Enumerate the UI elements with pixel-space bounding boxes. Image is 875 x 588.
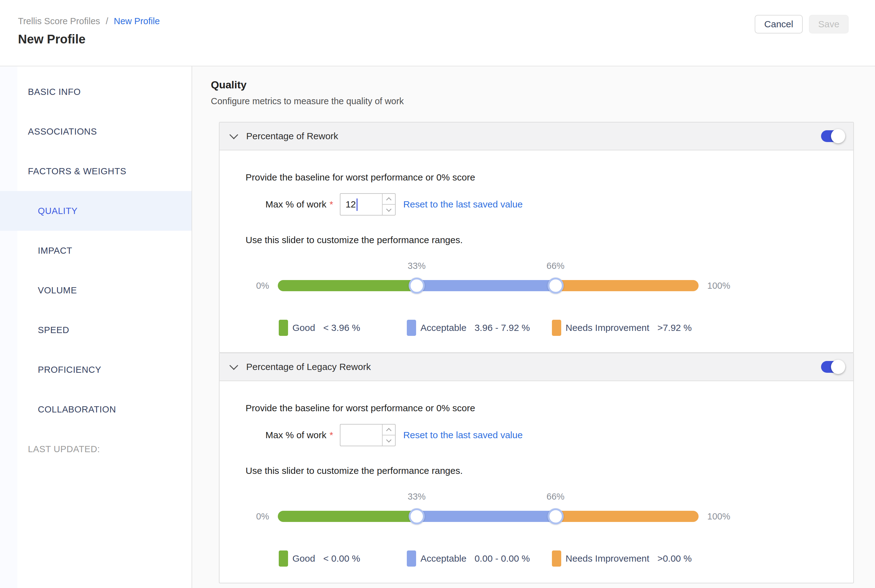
slider-handle1-label: 33% — [408, 492, 426, 502]
chevron-down-icon — [387, 206, 392, 212]
metric-enabled-toggle[interactable] — [821, 130, 845, 142]
card-header: Percentage of Rework — [220, 123, 853, 150]
breadcrumb-current[interactable]: New Profile — [114, 16, 160, 26]
slider-handle-2[interactable] — [548, 278, 564, 294]
legend-item-acceptable: Acceptable 0.00 - 0.00 % — [407, 550, 552, 567]
sidebar-item-collaboration[interactable]: COLLABORATION — [0, 390, 192, 429]
slider-handle2-label: 66% — [547, 492, 565, 502]
baseline-instruction: Provide the baseline for worst performan… — [246, 403, 853, 413]
max-percent-label: Max % of work — [265, 430, 327, 440]
spinner-up-button[interactable] — [383, 424, 395, 435]
legend-name: Good — [292, 322, 315, 333]
legend-value: < 3.96 % — [323, 322, 360, 333]
header-actions: Cancel Save — [755, 15, 849, 33]
card-title: Percentage of Rework — [246, 131, 338, 141]
slider-row: 0% 33% 66% 100% — [246, 511, 853, 522]
breadcrumb: Trellis Score Profiles / New Profile — [18, 16, 160, 26]
number-spinner — [382, 194, 395, 215]
acceptable-color-marker — [407, 550, 416, 567]
required-marker: * — [330, 430, 333, 440]
app-header: Trellis Score Profiles / New Profile New… — [0, 0, 875, 66]
slider-segment-needs-improvement — [556, 511, 698, 522]
legend-item-acceptable: Acceptable 3.96 - 7.92 % — [407, 320, 552, 336]
save-button[interactable]: Save — [809, 15, 849, 33]
chevron-down-icon — [387, 437, 392, 442]
max-percent-input[interactable] — [340, 194, 382, 215]
slider-row: 0% 33% 66% 100% — [246, 280, 853, 291]
spinner-down-button[interactable] — [383, 205, 395, 215]
text-caret — [357, 198, 358, 211]
slider-caption: Use this slider to customize the perform… — [246, 235, 853, 245]
page-title: New Profile — [18, 32, 85, 46]
main-content: Quality Configure metrics to measure the… — [193, 66, 875, 588]
max-percent-input[interactable] — [340, 424, 382, 446]
slider-segment-needs-improvement — [556, 280, 698, 291]
collapse-chevron-icon[interactable] — [229, 361, 238, 370]
slider-segment-good — [278, 511, 417, 522]
toggle-knob — [831, 129, 845, 143]
sidebar: BASIC INFO ASSOCIATIONS FACTORS & WEIGHT… — [0, 66, 192, 588]
max-percent-field-row: Max % of work * Reset to the last saved … — [265, 193, 853, 216]
breadcrumb-parent[interactable]: Trellis Score Profiles — [18, 16, 100, 26]
legend-name: Needs Improvement — [566, 553, 649, 564]
max-percent-input-wrap — [340, 193, 396, 216]
good-color-marker — [279, 320, 288, 336]
sidebar-item-associations[interactable]: ASSOCIATIONS — [0, 112, 192, 152]
sidebar-item-factors-weights[interactable]: FACTORS & WEIGHTS — [0, 152, 192, 191]
slider-segment-acceptable — [417, 280, 556, 291]
slider-max-label: 100% — [707, 280, 730, 291]
sidebar-item-speed[interactable]: SPEED — [0, 310, 192, 350]
sidebar-item-impact[interactable]: IMPACT — [0, 231, 192, 270]
legend-value: >0.00 % — [657, 553, 692, 564]
legend-name: Acceptable — [421, 322, 466, 333]
spinner-down-button[interactable] — [383, 435, 395, 446]
sidebar-item-proficiency[interactable]: PROFICIENCY — [0, 350, 192, 390]
slider-caption: Use this slider to customize the perform… — [246, 465, 853, 476]
number-spinner — [382, 424, 395, 446]
performance-range-slider[interactable]: 33% 66% — [278, 511, 698, 522]
legend-value: < 0.00 % — [323, 553, 360, 564]
spinner-up-button[interactable] — [383, 194, 395, 205]
section-subtitle: Configure metrics to measure the quality… — [211, 96, 404, 106]
max-percent-input-wrap — [340, 424, 396, 446]
legend-value: 0.00 - 0.00 % — [474, 553, 530, 564]
breadcrumb-separator: / — [106, 16, 108, 26]
range-legend: Good < 3.96 % Acceptable 3.96 - 7.92 % N… — [279, 320, 853, 336]
slider-handle2-label: 66% — [547, 261, 565, 271]
toggle-knob — [831, 360, 845, 374]
slider-min-label: 0% — [246, 280, 269, 291]
sidebar-item-basic-info[interactable]: BASIC INFO — [0, 72, 192, 112]
reset-link[interactable]: Reset to the last saved value — [403, 199, 523, 210]
reset-link[interactable]: Reset to the last saved value — [403, 430, 523, 440]
card-title: Percentage of Legacy Rework — [246, 362, 371, 372]
performance-range-slider[interactable]: 33% 66% — [278, 280, 698, 291]
needs-improvement-color-marker — [552, 320, 561, 336]
good-color-marker — [279, 550, 288, 567]
metric-card-percentage-of-legacy-rework: Percentage of Legacy Rework Provide the … — [219, 352, 854, 584]
slider-segment-good — [278, 280, 417, 291]
legend-name: Needs Improvement — [566, 322, 649, 333]
cancel-button[interactable]: Cancel — [755, 15, 803, 33]
range-legend: Good < 0.00 % Acceptable 0.00 - 0.00 % N… — [279, 550, 853, 567]
slider-handle-1[interactable] — [409, 278, 425, 294]
screen: Trellis Score Profiles / New Profile New… — [0, 0, 875, 588]
slider-handle-2[interactable] — [548, 508, 564, 524]
slider-max-label: 100% — [707, 512, 730, 522]
slider-min-label: 0% — [246, 512, 269, 522]
card-header: Percentage of Legacy Rework — [220, 353, 853, 381]
slider-handle-1[interactable] — [409, 508, 425, 524]
sidebar-item-quality[interactable]: QUALITY — [0, 191, 192, 231]
legend-value: >7.92 % — [657, 322, 692, 333]
legend-item-good: Good < 3.96 % — [279, 320, 407, 336]
max-percent-field-row: Max % of work * Reset to the last saved … — [265, 424, 853, 446]
metric-enabled-toggle[interactable] — [821, 361, 845, 373]
sidebar-item-volume[interactable]: VOLUME — [0, 270, 192, 310]
legend-item-good: Good < 0.00 % — [279, 550, 407, 567]
collapse-chevron-icon[interactable] — [229, 130, 238, 139]
chevron-up-icon — [387, 428, 392, 433]
slider-segment-acceptable — [417, 511, 556, 522]
legend-item-needs-improvement: Needs Improvement >7.92 % — [552, 320, 853, 336]
card-body: Provide the baseline for worst performan… — [220, 150, 853, 336]
legend-item-needs-improvement: Needs Improvement >0.00 % — [552, 550, 853, 567]
card-body: Provide the baseline for worst performan… — [220, 381, 853, 567]
